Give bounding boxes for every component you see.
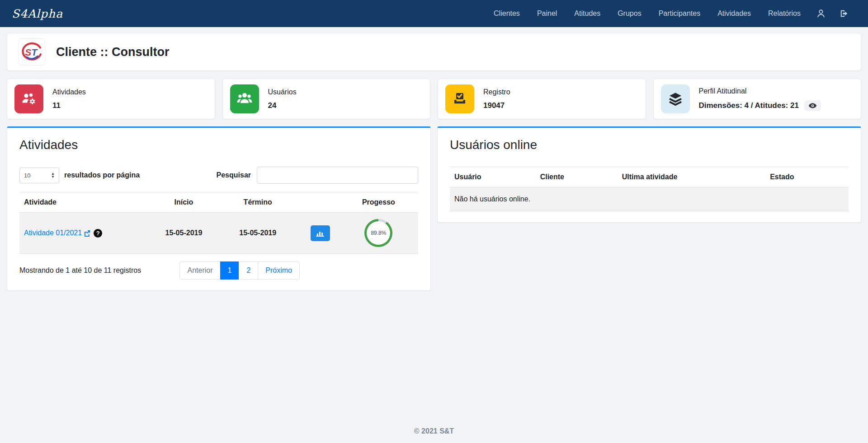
- brand-logo[interactable]: S4Alpha: [12, 7, 63, 20]
- question-circle-icon[interactable]: ?: [94, 229, 102, 238]
- col-progesso: Progesso: [344, 198, 414, 206]
- page-content: S T Cliente :: Consultor: [0, 27, 868, 435]
- nav-item-clientes[interactable]: Clientes: [485, 9, 528, 18]
- stat-value: 19047: [483, 101, 510, 110]
- empty-message: Não há usuários online.: [450, 187, 849, 211]
- nav-item-painel[interactable]: Painel: [528, 9, 566, 18]
- sign-out-icon[interactable]: [833, 9, 856, 19]
- title-card: S T Cliente :: Consultor: [7, 33, 861, 71]
- stat-value-text: Dimensões: 4 / Atitudes: 21: [699, 101, 799, 110]
- stat-label: Registro: [483, 88, 510, 96]
- users-gear-icon: [14, 84, 43, 113]
- bar-chart-icon[interactable]: [311, 225, 330, 241]
- stat-value: 24: [268, 101, 297, 110]
- ballot-check-icon: [445, 84, 474, 113]
- atividades-table-header: Atividade Início Término Progesso: [19, 192, 418, 213]
- atividades-panel-title: Atividades: [19, 138, 418, 152]
- col-estado: Estado: [770, 173, 844, 181]
- stat-card-perfil-atitudinal: Perfil Atitudinal Dimensões: 4 / Atitude…: [653, 79, 862, 119]
- page-size-select[interactable]: 10 ▲▼: [19, 168, 59, 183]
- search-area: Pesquisar: [217, 167, 418, 184]
- nav-item-atividades[interactable]: Atividades: [709, 9, 760, 18]
- col-ultima-atividade: Ultima atividade: [622, 173, 770, 181]
- table-footer: Mostrando de 1 até 10 de 11 registros An…: [19, 261, 418, 280]
- stat-card-text: Registro 19047: [483, 88, 510, 110]
- usuarios-online-table: Usuário Cliente Ultima atividade Estado …: [450, 167, 849, 211]
- external-link-icon[interactable]: [84, 230, 90, 237]
- eye-icon[interactable]: [804, 100, 821, 111]
- stat-card-usuarios: Usuários 24: [222, 79, 431, 119]
- pagination: Anterior 1 2 Próximo: [179, 261, 300, 280]
- usuarios-online-title: Usuários online: [450, 138, 849, 152]
- stat-label: Perfil Atitudinal: [699, 87, 821, 95]
- nav-item-atitudes[interactable]: Atitudes: [566, 9, 609, 18]
- pagination-previous[interactable]: Anterior: [179, 261, 220, 280]
- user-icon[interactable]: [809, 9, 833, 19]
- nav-item-relatorios[interactable]: Relatórios: [760, 9, 809, 18]
- stat-label: Atividades: [52, 88, 86, 96]
- pagination-next[interactable]: Próximo: [258, 261, 300, 280]
- progress-donut: 89.8%: [364, 219, 392, 247]
- page-size-value: 10: [24, 172, 30, 179]
- atividades-table: Atividade Início Término Progesso Ativid…: [19, 192, 418, 254]
- usuarios-table-header: Usuário Cliente Ultima atividade Estado: [450, 167, 849, 187]
- layers-icon: [661, 84, 690, 113]
- st-logo: S T: [18, 38, 45, 65]
- col-usuario: Usuário: [454, 173, 540, 181]
- stat-card-registro: Registro 19047: [438, 79, 646, 119]
- col-termino: Término: [219, 198, 297, 206]
- pagination-page-2[interactable]: 2: [239, 261, 258, 280]
- users-icon: [230, 84, 259, 113]
- termino-cell: 15-05-2019: [219, 229, 297, 237]
- stat-card-text: Perfil Atitudinal Dimensões: 4 / Atitude…: [699, 87, 821, 111]
- stat-label: Usuários: [268, 88, 297, 96]
- search-label: Pesquisar: [217, 171, 251, 179]
- atividades-panel: Atividades 10 ▲▼ resultados por página P…: [7, 126, 431, 291]
- col-atividade: Atividade: [24, 198, 149, 206]
- activity-link[interactable]: Atividade 01/2021: [24, 229, 82, 237]
- stat-card-atividades: Atividades 11: [7, 79, 215, 119]
- table-row: Atividade 01/2021 ? 15-05-2019 15-05-201…: [19, 213, 418, 254]
- chart-cell: [297, 225, 343, 241]
- progress-cell: 89.8%: [344, 219, 414, 247]
- records-summary: Mostrando de 1 até 10 de 11 registros: [19, 266, 179, 275]
- per-page-label: resultados por página: [64, 171, 140, 179]
- table-controls: 10 ▲▼ resultados por página Pesquisar: [19, 167, 418, 184]
- page-title: Cliente :: Consultor: [56, 45, 170, 59]
- svg-text:S: S: [25, 47, 31, 57]
- search-input[interactable]: [257, 167, 418, 184]
- svg-text:T: T: [31, 47, 38, 57]
- nav-item-participantes[interactable]: Participantes: [650, 9, 709, 18]
- col-cliente: Cliente: [540, 173, 622, 181]
- nav-item-grupos[interactable]: Grupos: [609, 9, 650, 18]
- stat-card-text: Usuários 24: [268, 88, 297, 110]
- navbar: S4Alpha Clientes Painel Atitudes Grupos …: [0, 0, 868, 27]
- usuarios-online-panel: Usuários online Usuário Cliente Ultima a…: [437, 126, 861, 223]
- stat-card-text: Atividades 11: [52, 88, 86, 110]
- stat-cards-row: Atividades 11 Usuários 24: [7, 79, 861, 119]
- col-inicio: Início: [149, 198, 219, 206]
- copyright: © 2021 S&T: [7, 427, 861, 435]
- inicio-cell: 15-05-2019: [149, 229, 219, 237]
- activity-cell: Atividade 01/2021 ?: [24, 229, 149, 238]
- select-arrows-icon: ▲▼: [51, 172, 55, 178]
- stat-value: Dimensões: 4 / Atitudes: 21: [699, 100, 821, 111]
- progress-label: 89.8%: [367, 221, 390, 245]
- pagination-page-1[interactable]: 1: [220, 261, 240, 280]
- stat-value: 11: [52, 101, 86, 110]
- main-panels: Atividades 10 ▲▼ resultados por página P…: [7, 126, 861, 291]
